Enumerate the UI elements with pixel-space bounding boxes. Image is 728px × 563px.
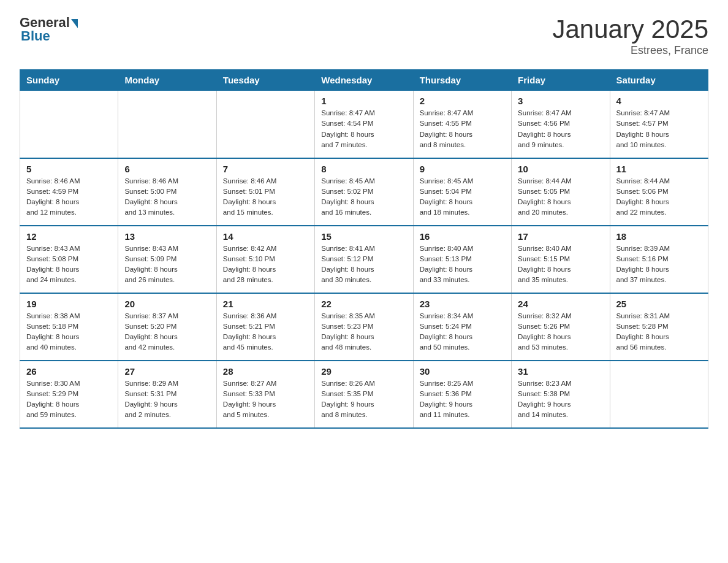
day-info: Sunrise: 8:29 AM Sunset: 5:31 PM Dayligh… [124,378,210,421]
calendar-body: 1Sunrise: 8:47 AM Sunset: 4:54 PM Daylig… [20,91,708,428]
week-row-2: 5Sunrise: 8:46 AM Sunset: 4:59 PM Daylig… [20,158,708,226]
day-cell [118,91,216,158]
day-number: 8 [321,164,406,174]
day-number: 22 [321,299,406,309]
day-number: 13 [124,231,210,242]
day-cell: 23Sunrise: 8:34 AM Sunset: 5:24 PM Dayli… [413,293,511,361]
day-info: Sunrise: 8:45 AM Sunset: 5:02 PM Dayligh… [321,176,406,218]
day-number: 21 [223,299,308,309]
day-number: 4 [616,96,702,106]
day-cell: 26Sunrise: 8:30 AM Sunset: 5:29 PM Dayli… [20,361,118,428]
day-number: 7 [223,164,308,174]
day-info: Sunrise: 8:23 AM Sunset: 5:38 PM Dayligh… [518,378,603,421]
month-title: January 2025 [552,15,708,44]
day-info: Sunrise: 8:32 AM Sunset: 5:26 PM Dayligh… [518,311,603,353]
day-number: 16 [420,231,505,242]
week-row-3: 12Sunrise: 8:43 AM Sunset: 5:08 PM Dayli… [20,226,708,293]
day-cell: 24Sunrise: 8:32 AM Sunset: 5:26 PM Dayli… [512,293,610,361]
day-info: Sunrise: 8:47 AM Sunset: 4:57 PM Dayligh… [616,108,702,150]
day-cell: 16Sunrise: 8:40 AM Sunset: 5:13 PM Dayli… [413,226,511,293]
day-number: 3 [518,96,603,106]
day-info: Sunrise: 8:30 AM Sunset: 5:29 PM Dayligh… [26,378,112,421]
day-info: Sunrise: 8:46 AM Sunset: 5:00 PM Dayligh… [124,176,210,218]
day-info: Sunrise: 8:36 AM Sunset: 5:21 PM Dayligh… [223,311,308,353]
day-info: Sunrise: 8:25 AM Sunset: 5:36 PM Dayligh… [420,378,505,421]
day-cell: 11Sunrise: 8:44 AM Sunset: 5:06 PM Dayli… [610,158,708,226]
header-cell-saturday: Saturday [610,70,708,91]
day-info: Sunrise: 8:44 AM Sunset: 5:06 PM Dayligh… [616,176,702,218]
header-cell-tuesday: Tuesday [216,70,314,91]
day-info: Sunrise: 8:47 AM Sunset: 4:56 PM Dayligh… [518,108,603,150]
day-number: 18 [616,231,702,242]
day-number: 30 [420,366,505,377]
day-cell: 18Sunrise: 8:39 AM Sunset: 5:16 PM Dayli… [610,226,708,293]
day-cell: 6Sunrise: 8:46 AM Sunset: 5:00 PM Daylig… [118,158,216,226]
day-cell: 5Sunrise: 8:46 AM Sunset: 4:59 PM Daylig… [20,158,118,226]
header-cell-friday: Friday [512,70,610,91]
header-row: SundayMondayTuesdayWednesdayThursdayFrid… [20,70,708,91]
day-info: Sunrise: 8:41 AM Sunset: 5:12 PM Dayligh… [321,243,406,286]
week-row-5: 26Sunrise: 8:30 AM Sunset: 5:29 PM Dayli… [20,361,708,428]
day-info: Sunrise: 8:35 AM Sunset: 5:23 PM Dayligh… [321,311,406,353]
day-number: 20 [124,299,210,309]
day-cell: 27Sunrise: 8:29 AM Sunset: 5:31 PM Dayli… [118,361,216,428]
day-info: Sunrise: 8:38 AM Sunset: 5:18 PM Dayligh… [26,311,112,353]
day-number: 27 [124,366,210,377]
day-number: 12 [26,231,112,242]
day-cell: 8Sunrise: 8:45 AM Sunset: 5:02 PM Daylig… [315,158,413,226]
day-cell [20,91,118,158]
day-cell: 31Sunrise: 8:23 AM Sunset: 5:38 PM Dayli… [512,361,610,428]
day-cell: 29Sunrise: 8:26 AM Sunset: 5:35 PM Dayli… [315,361,413,428]
day-number: 23 [420,299,505,309]
day-info: Sunrise: 8:47 AM Sunset: 4:55 PM Dayligh… [420,108,505,150]
week-row-4: 19Sunrise: 8:38 AM Sunset: 5:18 PM Dayli… [20,293,708,361]
day-cell: 2Sunrise: 8:47 AM Sunset: 4:55 PM Daylig… [413,91,511,158]
day-info: Sunrise: 8:31 AM Sunset: 5:28 PM Dayligh… [616,311,702,353]
day-cell: 19Sunrise: 8:38 AM Sunset: 5:18 PM Dayli… [20,293,118,361]
day-info: Sunrise: 8:47 AM Sunset: 4:54 PM Dayligh… [321,108,406,150]
header-cell-sunday: Sunday [20,70,118,91]
day-number: 9 [420,164,505,174]
day-number: 19 [26,299,112,309]
day-cell: 15Sunrise: 8:41 AM Sunset: 5:12 PM Dayli… [315,226,413,293]
day-number: 10 [518,164,603,174]
day-cell: 21Sunrise: 8:36 AM Sunset: 5:21 PM Dayli… [216,293,314,361]
day-info: Sunrise: 8:45 AM Sunset: 5:04 PM Dayligh… [420,176,505,218]
day-cell: 4Sunrise: 8:47 AM Sunset: 4:57 PM Daylig… [610,91,708,158]
day-number: 5 [26,164,112,174]
logo: General Blue [20,15,78,44]
day-number: 31 [518,366,603,377]
day-info: Sunrise: 8:40 AM Sunset: 5:15 PM Dayligh… [518,243,603,286]
day-info: Sunrise: 8:43 AM Sunset: 5:09 PM Dayligh… [124,243,210,286]
day-cell: 14Sunrise: 8:42 AM Sunset: 5:10 PM Dayli… [216,226,314,293]
day-info: Sunrise: 8:44 AM Sunset: 5:05 PM Dayligh… [518,176,603,218]
day-cell: 12Sunrise: 8:43 AM Sunset: 5:08 PM Dayli… [20,226,118,293]
day-number: 26 [26,366,112,377]
day-cell: 20Sunrise: 8:37 AM Sunset: 5:20 PM Dayli… [118,293,216,361]
day-cell: 10Sunrise: 8:44 AM Sunset: 5:05 PM Dayli… [512,158,610,226]
day-info: Sunrise: 8:27 AM Sunset: 5:33 PM Dayligh… [223,378,308,421]
header-cell-monday: Monday [118,70,216,91]
day-info: Sunrise: 8:43 AM Sunset: 5:08 PM Dayligh… [26,243,112,286]
header-cell-thursday: Thursday [413,70,511,91]
day-number: 28 [223,366,308,377]
day-number: 17 [518,231,603,242]
day-info: Sunrise: 8:46 AM Sunset: 4:59 PM Dayligh… [26,176,112,218]
logo-blue-text: Blue [21,28,50,44]
day-number: 29 [321,366,406,377]
day-number: 2 [420,96,505,106]
day-cell: 25Sunrise: 8:31 AM Sunset: 5:28 PM Dayli… [610,293,708,361]
day-cell [610,361,708,428]
day-cell: 28Sunrise: 8:27 AM Sunset: 5:33 PM Dayli… [216,361,314,428]
day-info: Sunrise: 8:37 AM Sunset: 5:20 PM Dayligh… [124,311,210,353]
day-info: Sunrise: 8:42 AM Sunset: 5:10 PM Dayligh… [223,243,308,286]
header-cell-wednesday: Wednesday [315,70,413,91]
day-info: Sunrise: 8:34 AM Sunset: 5:24 PM Dayligh… [420,311,505,353]
day-number: 1 [321,96,406,106]
day-cell: 17Sunrise: 8:40 AM Sunset: 5:15 PM Dayli… [512,226,610,293]
day-cell: 1Sunrise: 8:47 AM Sunset: 4:54 PM Daylig… [315,91,413,158]
day-cell: 3Sunrise: 8:47 AM Sunset: 4:56 PM Daylig… [512,91,610,158]
week-row-1: 1Sunrise: 8:47 AM Sunset: 4:54 PM Daylig… [20,91,708,158]
day-cell: 9Sunrise: 8:45 AM Sunset: 5:04 PM Daylig… [413,158,511,226]
day-number: 15 [321,231,406,242]
